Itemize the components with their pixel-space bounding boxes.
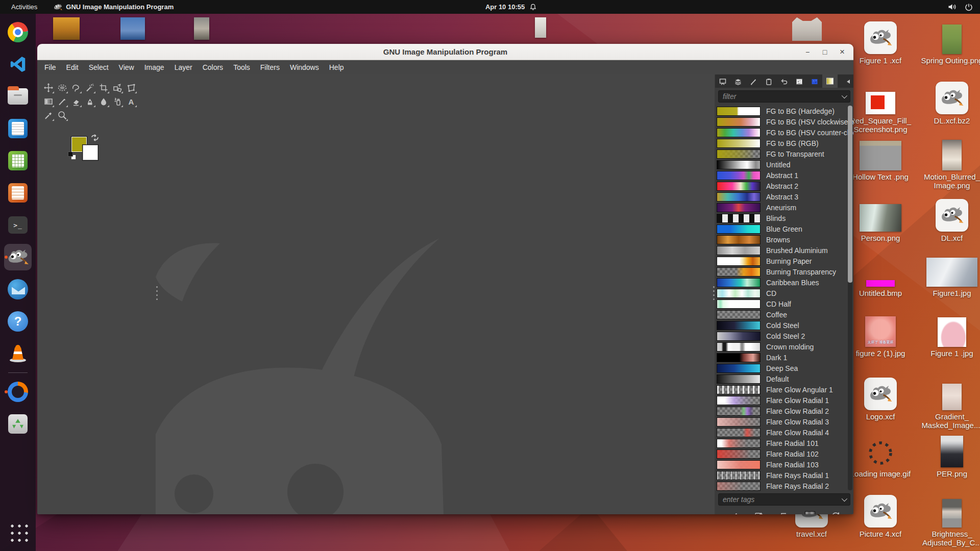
gradient-tool[interactable] [41,94,55,108]
menu-help[interactable]: Help [324,61,349,73]
clock-button[interactable]: Apr 10 10:55 [485,0,537,14]
tab-layers[interactable] [730,76,746,88]
menu-view[interactable]: View [114,61,139,73]
gradient-item[interactable]: Flare Glow Radial 1 [715,395,853,406]
background-color-swatch[interactable] [82,144,99,161]
gradient-item[interactable]: Flare Glow Radial 4 [715,427,853,438]
dock-item-chrome[interactable] [4,19,32,45]
refresh-gradients-button[interactable] [828,510,843,514]
dock-item-gimp[interactable] [4,244,32,270]
gradient-item[interactable]: Abstract 2 [715,181,853,191]
tab-gradients[interactable] [822,74,838,88]
gradient-item[interactable]: Flare Glow Radial 2 [715,406,853,416]
menu-filters[interactable]: Filters [255,61,285,73]
figurine-thumb[interactable] [535,17,546,38]
airbrush-tool[interactable] [110,94,124,108]
crop-tool[interactable] [96,81,110,94]
gradient-item[interactable]: FG to BG (HSV clockwise hue) [715,116,853,127]
desktop-icon[interactable]: Hollow Text .png [842,137,919,182]
dock-item-files[interactable] [4,83,32,110]
desktop-icon[interactable]: DL.xcf [914,198,980,243]
desktop-icon[interactable]: Motion_Blurred_Image.png [914,137,980,190]
desktop-icon[interactable]: Figure 1 .xcf [842,20,919,65]
gradient-item[interactable]: Flare Radial 103 [715,459,853,470]
paintbrush-tool[interactable] [55,94,69,108]
dock-item-vlc[interactable] [4,340,32,367]
desktop-icon[interactable]: Brightness_Adjusted_By_C... [914,494,980,547]
menu-windows[interactable]: Windows [285,61,324,73]
color-picker-tool[interactable] [41,108,55,122]
gradient-item[interactable]: Flare Rays Radial 2 [715,481,853,491]
menu-colors[interactable]: Colors [198,61,228,73]
swap-colors-icon[interactable] [90,134,100,144]
delete-gradient-button[interactable]: × [803,510,817,514]
menu-tools[interactable]: Tools [228,61,255,73]
close-button[interactable]: × [836,46,848,58]
dock-item-libreoffice-calc[interactable] [4,147,32,174]
gradient-item[interactable]: FG to BG (HSV counter-clockwise) [715,127,853,138]
desktop-icon[interactable]: PER.png [914,434,980,479]
ellipse-select-tool[interactable] [55,81,69,94]
dock-drag-handle-left[interactable] [156,283,159,303]
gradient-item[interactable]: Deep Sea [715,363,853,373]
gradient-item[interactable]: FG to BG (RGB) [715,138,853,148]
minimize-button[interactable]: − [801,46,814,58]
new-gradient-button[interactable] [751,510,766,514]
free-select-tool[interactable] [69,81,83,94]
blue-sky-thumb[interactable] [120,17,145,40]
desktop-icon[interactable]: DL.xcf.bz2 [914,81,980,126]
gradient-item[interactable]: Burning Paper [715,256,853,266]
gradient-item[interactable]: Crown molding [715,341,853,352]
gradient-item[interactable]: CD [715,288,853,298]
gradient-item[interactable]: Browns [715,234,853,245]
dock-item-terminal[interactable]: >_ [4,212,32,238]
gradient-item[interactable]: Burning Transparency [715,266,853,277]
desktop-icon[interactable]: Person.png [842,198,919,243]
cat-thumb[interactable] [792,17,822,41]
gradient-item[interactable]: Blinds [715,213,853,223]
chevron-down-icon[interactable] [842,496,847,502]
gradient-item[interactable]: Flare Glow Radial 3 [715,416,853,427]
desktop-icon[interactable]: Gradient_Masked_Image.... [914,377,980,430]
smudge-tool[interactable] [96,94,110,108]
tab-tool-options[interactable] [715,76,730,88]
menu-select[interactable]: Select [84,61,114,73]
gradient-item[interactable]: Cold Steel [715,320,853,331]
gradient-item[interactable]: CD Half [715,298,853,309]
gradient-item[interactable]: Abstract 1 [715,170,853,181]
dock-item-vscode[interactable] [4,51,32,78]
menu-file[interactable]: File [39,61,61,73]
gradient-item[interactable]: Untitled [715,159,853,170]
focused-app-menu[interactable]: GNU Image Manipulation Program [54,3,174,11]
system-status-area[interactable] [948,3,973,11]
panel-menu-button[interactable] [843,76,853,88]
handle-transform-tool[interactable] [124,81,138,94]
desktop-icon[interactable]: Logo.xcf [842,377,919,421]
desktop-icon[interactable]: Red_Square_Fill_Screenshot.png [842,81,919,134]
menu-edit[interactable]: Edit [61,61,84,73]
scrollbar-thumb[interactable] [848,106,852,283]
desktop-icon[interactable]: Loading image.gif [842,434,919,479]
gradient-item[interactable]: Flare Glow Angular 1 [715,384,853,395]
clone-tool[interactable] [83,94,96,108]
canvas[interactable] [156,74,715,514]
zoom-tool[interactable] [55,108,69,122]
desktop-icon[interactable]: Untitled.bmp [842,253,919,298]
default-colors-icon[interactable] [68,152,77,161]
tab-document-history[interactable] [761,76,776,88]
dock-item-help[interactable]: ? [4,308,32,335]
dock-item-libreoffice-impress[interactable] [4,180,32,206]
portrait-thumb[interactable] [194,17,209,40]
desktop-icon[interactable]: Figure1.jpg [914,253,980,298]
gradient-item[interactable]: Flare Radial 101 [715,438,853,448]
gradient-item[interactable]: FG to Transparent [715,148,853,159]
eraser-tool[interactable] [69,94,83,108]
gradient-item[interactable]: Flare Radial 102 [715,448,853,459]
desktop-icon[interactable]: Figure 1 .jpg [914,313,980,358]
activities-button[interactable]: Activities [8,2,40,12]
gradient-filter-input[interactable]: filter [718,90,850,103]
chevron-down-icon[interactable] [842,93,847,98]
edit-gradient-button[interactable] [726,510,740,514]
tab-undo-history[interactable] [776,76,792,88]
gradient-item[interactable]: Blue Green [715,223,853,234]
